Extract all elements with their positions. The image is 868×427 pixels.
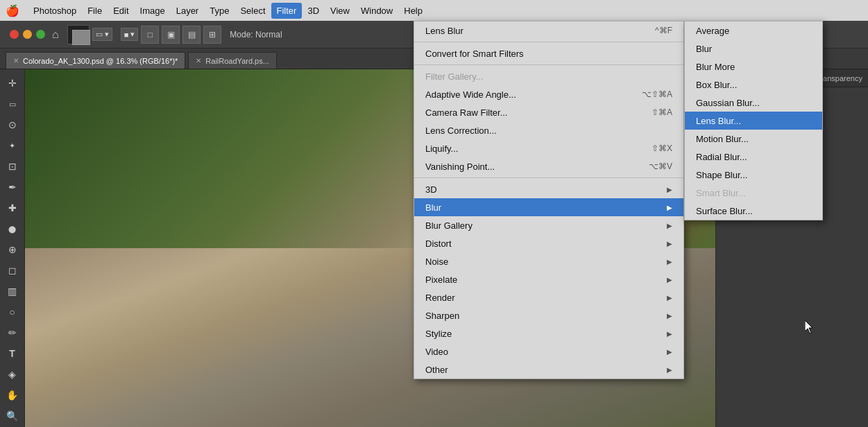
menu-blur-gallery[interactable]: Blur Gallery ▶ [414,216,683,234]
menu-shortcut: ⌥⇧⌘A [642,89,672,99]
tool-rect-select[interactable]: ▭ [3,94,22,114]
menu-filter-gallery[interactable]: Filter Gallery... [414,67,683,85]
menu-sep-3 [414,177,683,178]
tool-lasso[interactable]: ⊙ [3,115,22,134]
foreground-swatch[interactable] [67,25,90,44]
submenu-arrow: ▶ [667,366,672,374]
menu-label: Video [425,347,448,357]
tool-magic-wand[interactable]: ✦ [3,136,22,155]
menu-3d[interactable]: 3D ▶ [414,180,683,198]
blur-menu-average[interactable]: Average [685,21,822,40]
tool-eyedropper[interactable]: ✒ [3,177,22,197]
submenu-arrow: ▶ [667,258,672,265]
menubar: 🍎 Photoshop File Edit Image Layer Type S… [0,0,868,21]
menubar-type[interactable]: Type [204,3,235,19]
menubar-image[interactable]: Image [135,3,171,19]
tool-clone[interactable]: ⊕ [3,240,22,259]
menu-adaptive-wide[interactable]: Adaptive Wide Angle... ⌥⇧⌘A [414,85,683,103]
tool-brush[interactable]: ⬤ [3,219,22,238]
menu-label: Blur Gallery [425,220,473,231]
blur-menu-blur-more[interactable]: Blur More [685,58,822,76]
tool-move[interactable]: ✛ [3,73,22,93]
tab-colorado[interactable]: ✕ Colorado_AK_1300.psd @ 16.3% (RGB/16*)… [6,52,185,69]
toolbar-btn-3[interactable]: ▤ [182,26,201,44]
submenu-arrow: ▶ [667,240,672,247]
tool-type[interactable]: T [3,344,22,363]
menubar-select[interactable]: Select [235,3,271,19]
traffic-light-fullscreen[interactable] [36,30,45,39]
blur-menu-radial[interactable]: Radial Blur... [685,148,822,166]
tool-zoom[interactable]: 🔍 [3,406,22,426]
submenu-arrow: ▶ [667,222,672,229]
menu-lens-blur-recent[interactable]: Lens Blur ^⌘F [414,21,683,40]
traffic-light-minimize[interactable] [23,30,32,39]
menubar-3d[interactable]: 3D [302,3,325,19]
traffic-light-close[interactable] [10,30,19,39]
menu-blur[interactable]: Blur ▶ [414,198,683,216]
tab-close-2[interactable]: ✕ [196,57,201,64]
submenu-arrow: ▶ [667,276,672,284]
toolbar-btn-4[interactable]: ⊞ [203,26,221,44]
blur-menu-shape[interactable]: Shape Blur... [685,166,822,184]
apple-menu-icon[interactable]: 🍎 [6,4,19,17]
menu-label: Box Blur... [696,80,737,90]
menu-shortcut: ⇧⌘A [652,107,672,117]
blur-menu-blur[interactable]: Blur [685,40,822,58]
menu-distort[interactable]: Distort ▶ [414,234,683,252]
submenu-arrow: ▶ [667,330,672,338]
menu-pixelate[interactable]: Pixelate ▶ [414,270,683,288]
menu-convert-smart[interactable]: Convert for Smart Filters [414,44,683,62]
menu-other[interactable]: Other ▶ [414,360,683,378]
toolbar-btn-2[interactable]: ▣ [162,26,180,44]
color-swatch[interactable] [67,25,90,44]
menu-label: 3D [425,184,437,195]
menu-label: Other [425,365,448,375]
menubar-photoshop[interactable]: Photoshop [28,3,82,19]
tool-eraser[interactable]: ◻ [3,261,22,280]
blur-menu-gaussian[interactable]: Gaussian Blur... [685,94,822,112]
menu-label: Pixelate [425,274,457,285]
tool-crop[interactable]: ⊡ [3,157,22,176]
menu-label: Blur [425,202,441,213]
tab-close-1[interactable]: ✕ [13,57,19,64]
menu-liquify[interactable]: Liquify... ⇧⌘X [414,139,683,157]
tool-heal[interactable]: ✚ [3,198,22,218]
toolbar-dropdown-2[interactable]: ■ ▾ [121,28,139,41]
menu-label: Average [696,26,729,36]
traffic-lights [10,30,45,39]
menubar-filter[interactable]: Filter [271,3,303,19]
menu-camera-raw[interactable]: Camera Raw Filter... ⇧⌘A [414,103,683,121]
submenu-arrow-blur: ▶ [667,204,672,211]
tool-gradient[interactable]: ▥ [3,281,22,301]
menubar-window[interactable]: Window [355,3,398,19]
menu-video[interactable]: Video ▶ [414,342,683,360]
menu-noise[interactable]: Noise ▶ [414,252,683,270]
menu-lens-correction[interactable]: Lens Correction... [414,121,683,139]
tool-dodge[interactable]: ○ [3,302,22,322]
toolbar-btn-1[interactable]: □ [141,26,159,44]
tool-hand[interactable]: ✋ [3,385,22,405]
blur-menu-surface[interactable]: Surface Blur... [685,202,822,220]
menu-stylize[interactable]: Stylize ▶ [414,324,683,342]
menubar-view[interactable]: View [325,3,355,19]
toolbar-dropdown-1[interactable]: ▭ ▾ [92,28,112,41]
menu-sep-2 [414,64,683,65]
tool-pen[interactable]: ✏ [3,323,22,342]
blur-menu-lens-blur[interactable]: Lens Blur... [685,112,822,130]
menubar-layer[interactable]: Layer [171,3,205,19]
home-icon[interactable]: ⌂ [52,28,59,41]
blur-menu-smart[interactable]: Smart Blur... [685,184,822,202]
tab-label-2: RailRoadYard.ps... [205,57,269,65]
menubar-help[interactable]: Help [398,3,428,19]
tab-railroad[interactable]: ✕ RailRoadYard.ps... [188,52,277,69]
menu-label: Lens Blur [425,26,463,36]
menubar-edit[interactable]: Edit [108,3,134,19]
tool-shape[interactable]: ◈ [3,365,22,384]
menu-render[interactable]: Render ▶ [414,288,683,306]
menubar-file[interactable]: File [82,3,108,19]
blur-menu-box-blur[interactable]: Box Blur... [685,76,822,94]
menu-sharpen[interactable]: Sharpen ▶ [414,306,683,324]
blur-menu-motion[interactable]: Motion Blur... [685,130,822,148]
menu-label: Blur [696,44,712,54]
menu-vanishing-point[interactable]: Vanishing Point... ⌥⌘V [414,157,683,175]
